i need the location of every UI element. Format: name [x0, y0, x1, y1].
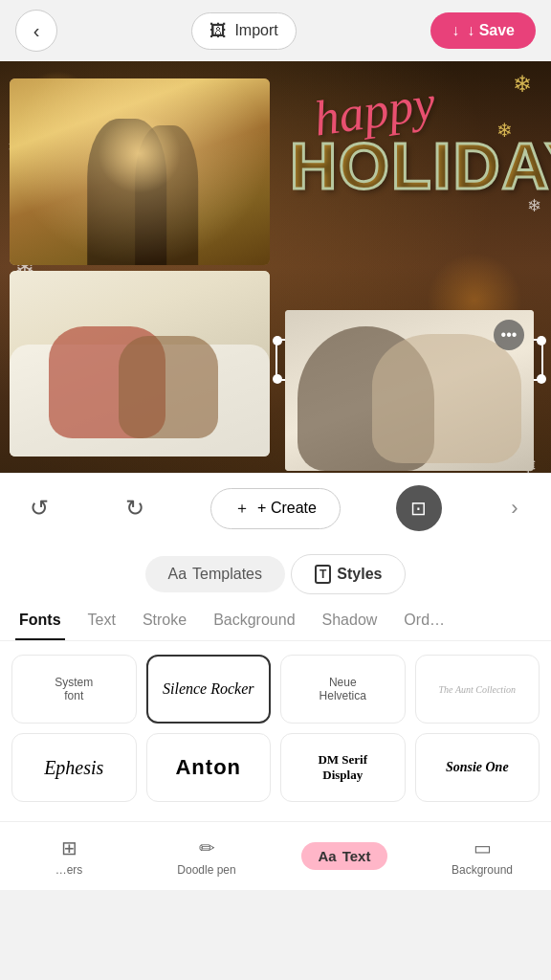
photo-grid: [10, 78, 270, 457]
font-card-neue[interactable]: NeueHelvetica: [280, 655, 406, 724]
create-label: + Create: [257, 500, 317, 517]
redo-button[interactable]: ↻: [115, 488, 155, 528]
holiday-text-area: happy HOLIDAYS HOLIDAYS: [285, 71, 543, 281]
more-options-button[interactable]: •••: [494, 320, 524, 350]
templates-label: Templates: [192, 566, 262, 583]
undo-button[interactable]: ↺: [19, 488, 59, 528]
font-card-ephesis[interactable]: Ephesis: [11, 733, 137, 802]
tab-text[interactable]: Text: [84, 602, 120, 640]
font-card-sonsie[interactable]: Sonsie One: [415, 733, 540, 802]
layers-icon: ⊞: [61, 836, 77, 859]
font-label-aunt: The Aunt Collection: [439, 684, 516, 695]
tab-fonts[interactable]: Fonts: [15, 602, 65, 640]
style-toggle: Aa Templates T Styles: [0, 543, 551, 602]
font-label-anton: Anton: [175, 755, 241, 780]
tab-order[interactable]: Ord…: [400, 602, 449, 640]
right-panel: happy HOLIDAYS HOLIDAYS ✕ from our famil…: [285, 71, 543, 463]
import-icon: 🖼: [209, 21, 227, 41]
create-icon: ＋: [234, 499, 250, 519]
corner-handle-tr[interactable]: [537, 336, 546, 345]
back-button[interactable]: ‹: [15, 10, 57, 52]
templates-icon: Aa: [168, 566, 187, 583]
tab-nav: Fonts Text Stroke Background Shadow Ord…: [0, 602, 551, 641]
font-card-system[interactable]: Systemfont: [11, 655, 137, 724]
nav-item-background[interactable]: ▭ Background: [413, 822, 551, 890]
top-bar: ‹ 🖼 Import ↓ ↓ Save: [0, 0, 551, 61]
font-label-dmserif: DM SerifDisplay: [318, 752, 367, 783]
styles-icon: T: [315, 565, 331, 584]
toolbar: ↺ ↻ ＋ + Create ⊡ ›: [0, 473, 551, 543]
corner-handle-br[interactable]: [537, 374, 546, 384]
corner-handle-bl[interactable]: [273, 374, 282, 384]
import-button[interactable]: 🖼 Import: [191, 12, 296, 50]
nav-label-background: Background: [452, 863, 513, 877]
text-nav-pill[interactable]: Aa Text: [301, 842, 388, 870]
styles-toggle-button[interactable]: T Styles: [291, 554, 406, 594]
nav-label-text: Text: [342, 848, 371, 864]
tab-shadow[interactable]: Shadow: [319, 602, 382, 640]
doodle-icon: ✏: [199, 836, 215, 859]
font-label-system: Systemfont: [55, 676, 93, 702]
font-card-aunt[interactable]: The Aunt Collection: [415, 655, 540, 724]
import-label: Import: [234, 22, 277, 39]
font-label-sonsie: Sonsie One: [446, 760, 509, 775]
photo-baby-bear[interactable]: [10, 271, 270, 457]
save-label: ↓ Save: [467, 22, 515, 39]
font-label-silence: Silence Rocker: [163, 680, 254, 698]
nav-item-text[interactable]: Aa Text: [276, 822, 413, 890]
styles-panel: Aa Templates T Styles Fonts Text Stroke …: [0, 543, 551, 821]
text-nav-icon: Aa: [319, 848, 337, 864]
font-label-ephesis: Ephesis: [44, 757, 103, 779]
background-icon: ▭: [474, 836, 492, 859]
save-icon: ↓: [452, 22, 459, 39]
holidays-text-outline: HOLIDAYS: [290, 128, 551, 203]
bottom-nav: ⊞ …ers ✏ Doodle pen Aa Text ▭ Background: [0, 821, 551, 890]
photo-mom-baby[interactable]: •••: [285, 310, 534, 471]
styles-label: Styles: [337, 566, 382, 583]
photo-family[interactable]: [10, 78, 270, 265]
font-label-neue: NeueHelvetica: [320, 676, 366, 702]
font-card-anton[interactable]: Anton: [146, 733, 272, 802]
nav-item-layers[interactable]: ⊞ …ers: [0, 822, 138, 890]
save-button[interactable]: ↓ ↓ Save: [430, 12, 536, 49]
layout-icon: ⊡: [410, 497, 427, 520]
font-grid: Systemfont Silence Rocker NeueHelvetica …: [0, 641, 551, 812]
canvas-area[interactable]: ❄ ❄ ❄ ❄ ❄ ❄ ❄ ❄ ❄ ❄: [0, 61, 551, 473]
nav-label-layers: …ers: [55, 863, 83, 877]
create-button[interactable]: ＋ + Create: [210, 488, 341, 529]
expand-button[interactable]: ›: [497, 491, 532, 525]
templates-toggle-button[interactable]: Aa Templates: [145, 556, 286, 592]
corner-handle-tl[interactable]: [273, 336, 282, 345]
nav-label-doodle: Doodle pen: [177, 863, 235, 877]
tab-stroke[interactable]: Stroke: [139, 602, 190, 640]
nav-item-doodle[interactable]: ✏ Doodle pen: [138, 822, 276, 890]
layout-button[interactable]: ⊡: [396, 485, 442, 531]
font-card-silence[interactable]: Silence Rocker: [146, 655, 272, 724]
tab-background[interactable]: Background: [209, 602, 298, 640]
font-card-dmserif[interactable]: DM SerifDisplay: [280, 733, 406, 802]
